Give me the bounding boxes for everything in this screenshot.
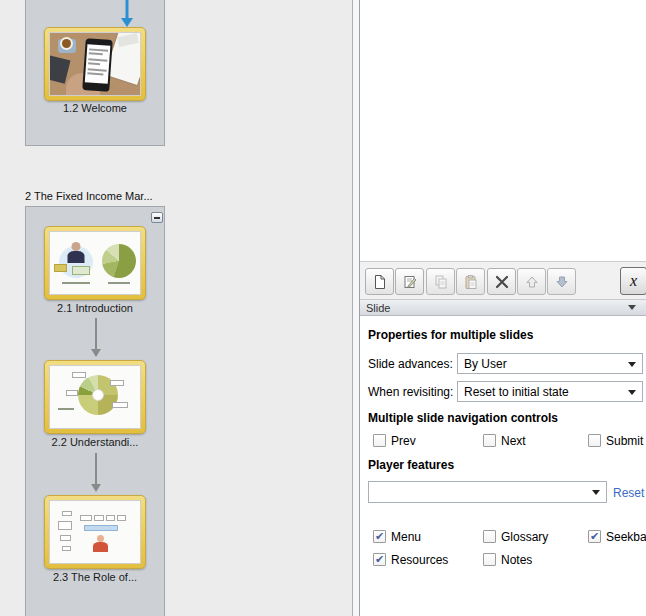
dropdown-arrow-icon (628, 362, 636, 367)
move-up-button[interactable] (517, 268, 546, 295)
copy-icon (433, 274, 449, 290)
slide-advances-dropdown[interactable]: By User (457, 353, 643, 374)
edit-page-icon (402, 274, 418, 290)
copy-button[interactable] (426, 268, 455, 295)
slide-label-2-1[interactable]: 2.1 Introduction (25, 302, 165, 314)
section-title: Slide (366, 302, 390, 314)
delete-x-icon (494, 274, 510, 290)
arrow-up-icon (524, 274, 540, 290)
glossary-checkbox[interactable]: ✔ (483, 530, 496, 543)
reset-link[interactable]: Reset (613, 486, 644, 500)
slide-toolbar: x (360, 261, 646, 299)
seekbar-checkbox[interactable]: ✔ (588, 530, 601, 543)
new-page-icon (372, 274, 388, 290)
glossary-label: Glossary (501, 530, 548, 544)
submit-checkbox[interactable]: ✔ (588, 434, 601, 447)
resources-checkbox[interactable]: ✔ (373, 553, 386, 566)
slide-label-1-2[interactable]: 1.2 Welcome (25, 102, 165, 114)
connector-arrow-2-2-to-2-3 (90, 453, 102, 492)
prev-label: Prev (391, 434, 416, 448)
slide-thumbnail-1-2[interactable] (44, 27, 146, 101)
slide-1-2-artwork (50, 33, 140, 95)
prev-checkbox[interactable]: ✔ (373, 434, 386, 447)
slide-label-2-3[interactable]: 2.3 The Role of... (25, 571, 165, 583)
notes-label: Notes (501, 553, 532, 567)
slide-2-3-artwork (50, 501, 140, 563)
submit-label: Submit (606, 434, 643, 448)
menu-checkbox[interactable]: ✔ (373, 530, 386, 543)
delete-button[interactable] (487, 268, 516, 295)
paste-button[interactable] (456, 268, 485, 295)
player-features-heading: Player features (368, 458, 454, 472)
nav-controls-heading: Multiple slide navigation controls (368, 411, 558, 425)
arrow-down-icon (554, 274, 570, 290)
resources-label: Resources (391, 553, 448, 567)
scene-2-title[interactable]: 2 The Fixed Income Mar... (25, 190, 165, 202)
dropdown-arrow-icon (592, 490, 600, 495)
story-view-panel: 1.2 Welcome 2 The Fixed Income Mar... 2.… (0, 0, 352, 616)
next-checkbox[interactable]: ✔ (483, 434, 496, 447)
slide-label-2-2[interactable]: 2.2 Understandi... (25, 436, 165, 448)
incoming-connector-arrow (121, 0, 133, 27)
new-slide-button[interactable] (365, 268, 394, 295)
scene-2-collapse-button[interactable] (151, 212, 163, 223)
notes-checkbox[interactable]: ✔ (483, 553, 496, 566)
slide-thumbnail-2-1[interactable] (44, 226, 146, 300)
seekbar-label: Seekbar (606, 530, 646, 544)
when-revisiting-dropdown[interactable]: Reset to initial state (457, 381, 643, 402)
when-revisiting-value: Reset to initial state (464, 385, 569, 399)
slide-advances-label: Slide advances: (368, 357, 453, 371)
splitter-border-left (352, 0, 353, 616)
slide-thumbnail-2-2[interactable] (44, 360, 146, 434)
slide-advances-value: By User (464, 357, 507, 371)
connector-arrow-2-1-to-2-2 (90, 318, 102, 357)
chevron-down-icon[interactable] (628, 305, 636, 310)
menu-label: Menu (391, 530, 421, 544)
edit-slide-button[interactable] (395, 268, 424, 295)
slide-section-header[interactable]: Slide (360, 299, 646, 316)
variables-button[interactable]: x (620, 267, 646, 295)
dropdown-arrow-icon (628, 390, 636, 395)
when-revisiting-label: When revisiting: (368, 385, 453, 399)
multi-slide-properties-heading: Properties for multiple slides (368, 328, 533, 342)
slide-2-1-artwork (50, 232, 140, 294)
slide-thumbnail-2-3[interactable] (44, 495, 146, 569)
player-features-dropdown[interactable] (368, 481, 607, 503)
slide-2-2-artwork (50, 366, 140, 428)
next-label: Next (501, 434, 526, 448)
move-down-button[interactable] (547, 268, 576, 295)
paste-icon (463, 274, 479, 290)
